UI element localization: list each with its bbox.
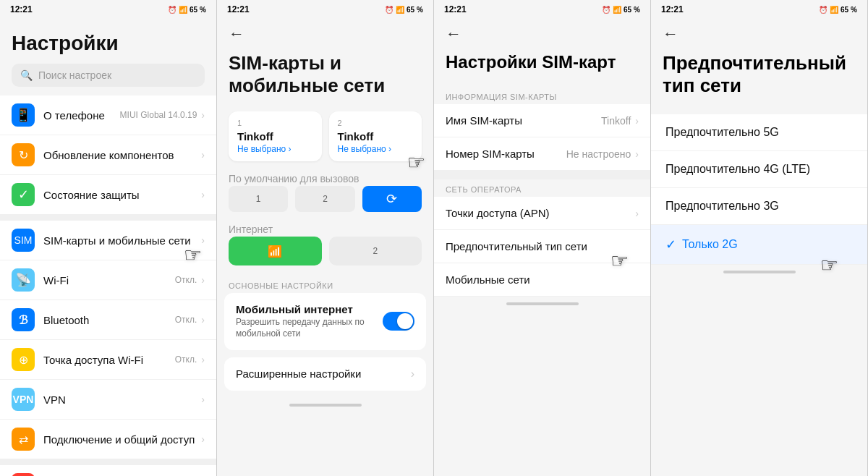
- mobile-internet-label: Мобильный интернет: [236, 303, 383, 315]
- calls-option-2[interactable]: 2: [295, 186, 354, 212]
- settings-item-update[interactable]: ↻ Обновление компонентов ›: [0, 135, 216, 175]
- status-bar-1: 12:21 ⏰ 📶 65 %: [0, 0, 216, 17]
- signal-icon-3: 📶: [613, 6, 621, 14]
- page-title-settings: Настройки: [0, 17, 216, 64]
- internet-option-1[interactable]: 📶: [229, 237, 322, 265]
- settings-item-phone[interactable]: 📱 О телефоне MIUI Global 14.0.19 ›: [0, 95, 216, 135]
- bottom-bar-2: [289, 404, 362, 407]
- sim-card-2[interactable]: 2 Tinkoff Не выбрано › ☞: [329, 111, 422, 161]
- network-option-4g[interactable]: Предпочтительно 4G (LTE): [651, 151, 867, 188]
- battery-unit-3: %: [634, 6, 640, 14]
- signal-icon: 📶: [179, 6, 187, 14]
- alarm-icon-4: ⏰: [819, 6, 827, 14]
- phone-text: О телефоне: [43, 109, 120, 122]
- phone-chevron: ›: [201, 109, 205, 121]
- time-3: 12:21: [444, 4, 467, 14]
- calls-option-1[interactable]: 1: [229, 186, 288, 212]
- bottom-bar-3: [506, 302, 579, 305]
- sim1-status: Не выбрано ›: [237, 144, 313, 154]
- sim-text: SIM-карты и мобильные сети: [43, 234, 201, 247]
- battery-label-3: 65: [624, 6, 631, 14]
- checkmark-icon: ✓: [665, 237, 676, 252]
- network-type-label: Предпочтительный тип сети: [446, 240, 639, 252]
- calls-option-auto[interactable]: ⟳: [362, 186, 422, 212]
- share-label: Подключение и общий доступ: [43, 433, 201, 446]
- bottom-bar-4: [723, 271, 796, 273]
- advanced-section: Расширенные настройки ›: [224, 357, 426, 391]
- mobile-internet-text: Мобильный интернет Разрешить передачу да…: [236, 303, 383, 339]
- sim2-name: Tinkoff: [338, 130, 414, 143]
- share-chevron: ›: [201, 433, 205, 445]
- time-1: 12:21: [10, 4, 33, 14]
- status-bar-4: 12:21 ⏰ 📶 65 %: [651, 0, 867, 17]
- advanced-label: Расширенные настройки: [236, 367, 411, 380]
- divider-2: [0, 459, 216, 465]
- mobile-internet-toggle[interactable]: [383, 312, 414, 331]
- sim-icon: SIM: [12, 229, 35, 252]
- sim2-status: Не выбрано ›: [338, 144, 414, 154]
- phone-icon: 📱: [12, 103, 35, 127]
- mobile-internet-item[interactable]: Мобильный интернет Разрешить передачу да…: [224, 293, 426, 349]
- vpn-chevron: ›: [201, 394, 205, 405]
- back-button-4[interactable]: ←: [651, 17, 867, 46]
- sim-name-item[interactable]: Имя SIM-карты Tinkoff ›: [434, 104, 650, 137]
- status-bar-2: 12:21 ⏰ 📶 65 %: [217, 0, 433, 17]
- search-bar[interactable]: 🔍 Поиск настроек: [12, 64, 205, 87]
- network-option-3g[interactable]: Предпочтительно 3G: [651, 188, 867, 225]
- hotspot-label: Точка доступа Wi-Fi: [43, 354, 175, 366]
- section2-label: СЕТЬ ОПЕРАТОРА: [434, 179, 650, 197]
- search-icon: 🔍: [20, 69, 33, 81]
- internet-option-2[interactable]: 2: [329, 237, 422, 265]
- alarm-icon: ⏰: [168, 6, 176, 14]
- settings-item-vpn[interactable]: VPN VPN ›: [0, 380, 216, 420]
- apn-item[interactable]: Точки доступа (APN) ›: [434, 197, 650, 230]
- bluetooth-icon: ℬ: [12, 308, 35, 331]
- sim-card-1[interactable]: 1 Tinkoff Не выбрано ›: [229, 111, 322, 161]
- settings-item-sim[interactable]: SIM SIM-карты и мобильные сети › ☞: [0, 221, 216, 260]
- sim-name-value: Tinkoff: [601, 115, 631, 127]
- sim-cards-row: 1 Tinkoff Не выбрано › 2 Tinkoff Не выбр…: [217, 111, 433, 170]
- divider-3: [434, 171, 650, 179]
- settings-item-hotspot[interactable]: ⊕ Точка доступа Wi-Fi Откл. ›: [0, 340, 216, 380]
- sim-number-value: Не настроено: [566, 148, 631, 160]
- sim-chevron: ›: [201, 234, 205, 246]
- update-text: Обновление компонентов: [43, 149, 201, 161]
- sim-name-chevron: ›: [635, 115, 639, 127]
- update-icon: ↻: [12, 143, 35, 166]
- basic-section-label: ОСНОВНЫЕ НАСТРОЙКИ: [217, 274, 433, 293]
- update-label: Обновление компонентов: [43, 149, 201, 161]
- vpn-icon: VPN: [12, 388, 35, 411]
- network-2g-label: Только 2G: [682, 238, 853, 251]
- signal-icon-2: 📶: [396, 6, 404, 14]
- screen-network-type: 12:21 ⏰ 📶 65 % ← Предпочтительныйтип сет…: [651, 0, 868, 476]
- back-button-3[interactable]: ←: [434, 17, 650, 46]
- settings-item-screen[interactable]: 🔒 Активный экран и блокировка ›: [0, 465, 216, 476]
- battery-label-4: 65: [841, 6, 848, 14]
- wifi-text: Wi-Fi: [43, 274, 175, 286]
- network-type-item[interactable]: Предпочтительный тип сети ☞: [434, 230, 650, 263]
- battery-unit-2: %: [417, 6, 423, 14]
- network-option-2g[interactable]: ✓ Только 2G ☞: [651, 225, 867, 265]
- advanced-settings-item[interactable]: Расширенные настройки ›: [224, 357, 426, 391]
- mobile-settings-section: Мобильный интернет Разрешить передачу да…: [224, 293, 426, 349]
- sim1-number: 1: [237, 119, 313, 127]
- network-option-5g[interactable]: Предпочтительно 5G: [651, 114, 867, 151]
- back-button-2[interactable]: ←: [217, 17, 433, 46]
- page-title-sim: SIM-карты имобильные сети: [217, 46, 433, 109]
- protection-label: Состояние защиты: [43, 189, 201, 201]
- sim-number-item[interactable]: Номер SIM-карты Не настроено ›: [434, 137, 650, 171]
- battery-unit-4: %: [851, 6, 857, 14]
- mobile-internet-sub: Разрешить передачу данных по мобильной с…: [236, 317, 383, 339]
- settings-item-share[interactable]: ⇄ Подключение и общий доступ ›: [0, 420, 216, 459]
- settings-item-wifi[interactable]: 📡 Wi-Fi Откл. ›: [0, 260, 216, 300]
- network-4g-label: Предпочтительно 4G (LTE): [665, 163, 853, 176]
- settings-list: 📱 О телефоне MIUI Global 14.0.19 › ↻ Обн…: [0, 95, 216, 476]
- status-icons-1: ⏰ 📶 65 %: [168, 6, 206, 14]
- settings-item-protection[interactable]: ✓ Состояние защиты ›: [0, 175, 216, 215]
- screen-icon: 🔒: [12, 473, 35, 476]
- settings-item-bluetooth[interactable]: ℬ Bluetooth Откл. ›: [0, 300, 216, 340]
- mobile-networks-item[interactable]: Мобильные сети: [434, 263, 650, 297]
- hotspot-text: Точка доступа Wi-Fi: [43, 354, 175, 366]
- calls-row: 1 2 ⟳: [217, 186, 433, 221]
- search-placeholder: Поиск настроек: [38, 69, 111, 81]
